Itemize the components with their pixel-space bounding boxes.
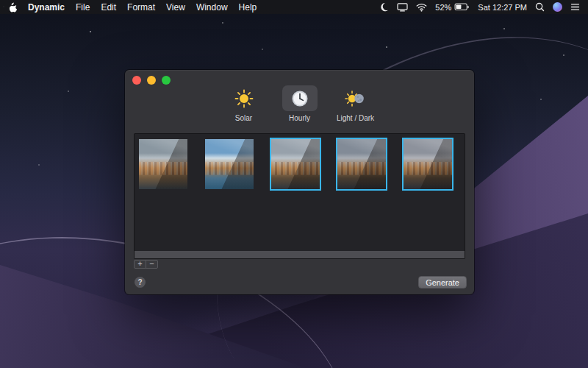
- menu-item-file[interactable]: File: [76, 2, 90, 13]
- mode-light-dark-button[interactable]: [338, 85, 373, 111]
- mode-solar-button[interactable]: [226, 85, 262, 111]
- add-image-button[interactable]: +: [134, 260, 146, 269]
- menu-item-view[interactable]: View: [166, 2, 185, 13]
- clock-icon: [291, 90, 309, 107]
- mode-label-light-dark: Light / Dark: [337, 114, 374, 122]
- mode-light-dark[interactable]: Light / Dark: [332, 85, 379, 122]
- generate-button[interactable]: Generate: [418, 276, 467, 289]
- menu-bar-status: 52% Sat 12:27 PM: [379, 2, 580, 12]
- mode-label-solar: Solar: [235, 114, 252, 122]
- sun-icon: [234, 89, 254, 108]
- remove-image-button[interactable]: −: [146, 260, 158, 269]
- menu-bar: Dynamic File Edit Format View Window Hel…: [0, 0, 588, 14]
- apple-icon: [8, 2, 17, 13]
- thumbnail[interactable]: [271, 139, 320, 189]
- window-controls: [132, 76, 171, 85]
- close-button[interactable]: [132, 76, 141, 85]
- thumbnail-strip: [134, 133, 465, 189]
- horizontal-scrollbar[interactable]: [135, 251, 465, 258]
- mode-switcher: Solar Hourly: [125, 85, 474, 122]
- search-icon[interactable]: [535, 2, 545, 12]
- mode-label-hourly: Hourly: [289, 114, 310, 122]
- thumbnail[interactable]: [139, 139, 187, 189]
- help-button[interactable]: ?: [135, 277, 146, 288]
- list-edit-controls: + −: [134, 260, 158, 269]
- image-list-panel: [134, 133, 465, 259]
- thumbnail[interactable]: [404, 139, 452, 189]
- notification-center-icon[interactable]: [570, 3, 580, 11]
- thumbnail[interactable]: [205, 139, 254, 189]
- menu-bar-clock[interactable]: Sat 12:27 PM: [478, 3, 527, 12]
- mode-hourly[interactable]: Hourly: [276, 85, 323, 122]
- menu-item-format[interactable]: Format: [127, 2, 155, 13]
- app-window: Solar Hourly: [125, 70, 474, 294]
- menu-bar-left: Dynamic File Edit Format View Window Hel…: [8, 2, 257, 13]
- desktop: Dynamic File Edit Format View Window Hel…: [0, 0, 588, 368]
- battery-percent: 52%: [435, 3, 451, 12]
- thumbnail[interactable]: [337, 139, 386, 189]
- menu-item-window[interactable]: Window: [196, 2, 228, 13]
- menu-item-help[interactable]: Help: [239, 2, 257, 13]
- battery-icon: [454, 3, 470, 11]
- app-menu[interactable]: Dynamic: [28, 2, 65, 13]
- menu-item-edit[interactable]: Edit: [101, 2, 116, 13]
- zoom-button[interactable]: [162, 76, 171, 85]
- sun-moon-icon: [345, 90, 367, 107]
- moon-icon[interactable]: [379, 2, 389, 12]
- mode-solar[interactable]: Solar: [220, 85, 268, 122]
- apple-menu[interactable]: [8, 2, 17, 13]
- siri-icon[interactable]: [553, 2, 562, 12]
- mode-hourly-button[interactable]: [282, 85, 318, 111]
- display-icon[interactable]: [397, 2, 408, 12]
- wifi-icon[interactable]: [416, 3, 427, 12]
- battery-status[interactable]: 52%: [435, 3, 470, 12]
- minimize-button[interactable]: [147, 76, 156, 85]
